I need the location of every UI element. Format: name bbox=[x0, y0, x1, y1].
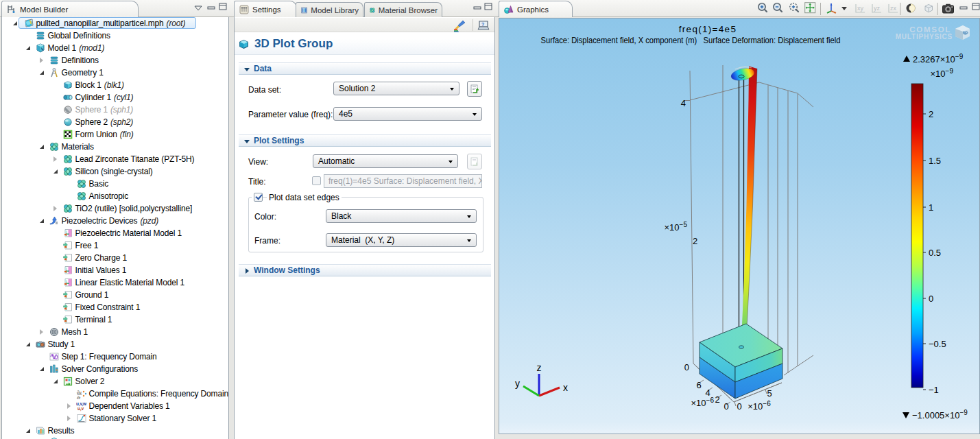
svg-text:0: 0 bbox=[737, 401, 741, 412]
svg-text:−0.5: −0.5 bbox=[929, 339, 946, 349]
svg-text:2: 2 bbox=[693, 236, 697, 246]
svg-text:freq(1)=4e5: freq(1)=4e5 bbox=[679, 24, 737, 34]
svg-text:yz: yz bbox=[874, 5, 881, 12]
svg-text:Surface: Displacement field, X: Surface: Displacement field, X component… bbox=[541, 35, 841, 45]
svg-text:MULTIPHYSICS: MULTIPHYSICS bbox=[896, 33, 953, 40]
svg-text:xy: xy bbox=[857, 5, 864, 12]
svg-text:6: 6 bbox=[696, 380, 701, 390]
svg-text:0: 0 bbox=[724, 401, 728, 412]
svg-text:5: 5 bbox=[767, 388, 772, 399]
svg-text:0.5: 0.5 bbox=[929, 248, 941, 258]
svg-text:−1: −1 bbox=[929, 385, 939, 395]
svg-text:y: y bbox=[515, 378, 520, 389]
svg-text:2: 2 bbox=[715, 394, 719, 405]
svg-text:1: 1 bbox=[929, 202, 933, 213]
svg-text:4: 4 bbox=[681, 98, 686, 108]
svg-text:1.5: 1.5 bbox=[929, 156, 941, 166]
svg-text:0: 0 bbox=[929, 294, 933, 304]
svg-text:z: z bbox=[537, 362, 542, 373]
svg-text:2: 2 bbox=[929, 109, 933, 119]
svg-text:0: 0 bbox=[684, 362, 689, 372]
svg-text:x: x bbox=[563, 382, 568, 393]
svg-text:−1.0005×10−9: −1.0005×10−9 bbox=[912, 409, 968, 421]
svg-text:zx: zx bbox=[890, 5, 897, 12]
